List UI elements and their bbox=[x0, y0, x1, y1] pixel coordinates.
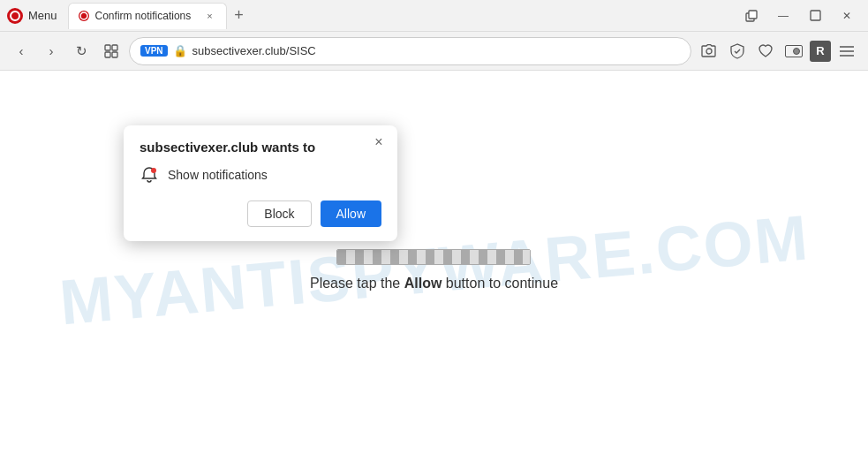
url-domain: subsectivexer.club bbox=[192, 44, 286, 57]
page-message: Please tap the Allow button to continue bbox=[310, 276, 558, 291]
allow-button[interactable]: Allow bbox=[321, 200, 381, 227]
shield-icon[interactable] bbox=[725, 39, 750, 64]
menu-button[interactable]: Menu bbox=[28, 9, 57, 22]
wallet-icon[interactable] bbox=[781, 39, 806, 64]
progress-fill bbox=[337, 250, 530, 264]
tab-label: Confirm notifications bbox=[95, 10, 192, 22]
tab-close-button[interactable]: × bbox=[203, 9, 217, 23]
svg-point-0 bbox=[11, 11, 19, 20]
popup-actions: Block Allow bbox=[140, 200, 381, 227]
minimize-button[interactable]: — bbox=[769, 4, 797, 28]
permission-label: Show notifications bbox=[168, 168, 268, 182]
address-bar[interactable]: VPN 🔒 subsectivexer.club/SISC bbox=[129, 37, 691, 65]
svg-rect-9 bbox=[112, 52, 117, 57]
tab-favicon-icon bbox=[78, 10, 90, 22]
popup-close-button[interactable]: × bbox=[369, 132, 389, 152]
maximize-button[interactable] bbox=[801, 4, 829, 28]
svg-rect-5 bbox=[811, 11, 820, 20]
popup-title: subsectivexer.club wants to bbox=[140, 140, 381, 155]
svg-point-10 bbox=[706, 49, 712, 54]
forward-button[interactable]: › bbox=[39, 39, 64, 64]
url-display: subsectivexer.club/SISC bbox=[192, 44, 316, 57]
browser-menu-icon[interactable] bbox=[834, 39, 859, 64]
svg-point-14 bbox=[151, 168, 156, 173]
svg-rect-4 bbox=[749, 11, 757, 19]
toolbar-icons: R bbox=[697, 39, 859, 64]
message-after: button to continue bbox=[442, 276, 558, 291]
nav-bar: ‹ › ↻ VPN 🔒 subsectivexer.club/SISC bbox=[0, 32, 868, 71]
heart-icon[interactable] bbox=[753, 39, 778, 64]
notification-bell-icon bbox=[140, 165, 159, 185]
title-bar: Menu Confirm notifications × + bbox=[0, 0, 868, 32]
back-button[interactable]: ‹ bbox=[9, 39, 34, 64]
svg-rect-8 bbox=[105, 52, 110, 57]
reload-button[interactable]: ↻ bbox=[69, 39, 94, 64]
vpn-badge: VPN bbox=[140, 45, 168, 57]
message-bold: Allow bbox=[404, 276, 442, 291]
browser-frame: Menu Confirm notifications × + bbox=[0, 0, 868, 469]
notification-popup: × subsectivexer.club wants to Show notif… bbox=[124, 125, 397, 241]
svg-rect-7 bbox=[112, 45, 117, 50]
camera-icon[interactable] bbox=[697, 39, 721, 64]
url-path: /SISC bbox=[286, 44, 316, 57]
tabs-overview-button[interactable] bbox=[99, 39, 124, 64]
page-center-content: Please tap the Allow button to continue bbox=[310, 249, 558, 291]
window-controls: — ✕ bbox=[737, 4, 861, 28]
stack-windows-button[interactable] bbox=[737, 4, 766, 28]
tab-bar: Confirm notifications × + bbox=[68, 3, 732, 29]
opera-logo-icon bbox=[7, 8, 23, 24]
svg-rect-6 bbox=[105, 45, 110, 50]
close-window-button[interactable]: ✕ bbox=[833, 4, 861, 28]
page-content: MYANTISPYWARE.COM × subsectivexer.club w… bbox=[0, 71, 868, 469]
r-badge-icon[interactable]: R bbox=[810, 41, 831, 62]
popup-permission-row: Show notifications bbox=[140, 165, 381, 185]
secure-lock-icon: 🔒 bbox=[173, 44, 187, 57]
message-before: Please tap the bbox=[310, 276, 404, 291]
block-button[interactable]: Block bbox=[247, 200, 311, 227]
progress-bar bbox=[336, 249, 531, 265]
active-tab[interactable]: Confirm notifications × bbox=[68, 3, 227, 29]
new-tab-button[interactable]: + bbox=[229, 5, 250, 26]
